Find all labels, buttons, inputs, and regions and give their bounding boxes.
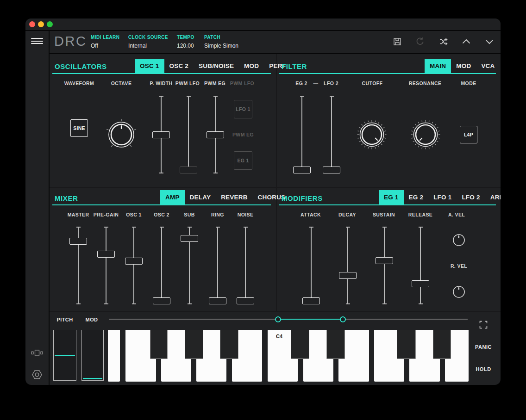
patch-down-icon[interactable] [484,37,495,47]
panic-button[interactable]: PANIC [475,344,492,350]
filter-eg2-slider[interactable] [292,96,312,173]
slider-handle[interactable] [237,297,254,304]
patch-value[interactable]: Simple Simon [204,43,238,49]
octave-knob[interactable] [104,117,139,152]
slider-handle[interactable] [339,272,357,279]
tab-filter-vca[interactable]: VCA [476,59,500,73]
key-csharp4[interactable] [291,330,309,359]
tab-delay[interactable]: DELAY [185,190,216,204]
key-fsharp4[interactable] [397,330,416,359]
mix-noise-label: NOISE [238,212,254,217]
mix-osc2-slider[interactable] [151,227,172,304]
midi-learn-value[interactable]: Off [91,43,119,49]
patch-up-icon[interactable] [461,37,471,47]
tab-eg1[interactable]: EG 1 [379,190,404,204]
hold-button[interactable]: HOLD [476,366,491,372]
tab-lfo2[interactable]: LFO 2 [457,190,485,204]
pwm-lfo-slider[interactable] [178,96,199,173]
tab-eg2[interactable]: EG 2 [404,190,429,204]
randomize-icon[interactable] [438,37,449,47]
slider-handle[interactable] [207,131,224,138]
patch-control[interactable]: PATCH Simple Simon [204,35,238,49]
mix-osc1-slider[interactable] [124,227,144,304]
midi-learn-control[interactable]: MIDI LEARN Off [91,35,119,49]
close-window-button[interactable] [29,21,35,27]
tempo-value[interactable]: 120.00 [177,43,194,49]
mix-noise-slider[interactable] [235,227,256,304]
lfo2-label: LFO 2 [324,80,338,86]
zoom-window-button[interactable] [47,21,53,27]
pwm-eg-slider[interactable] [205,96,225,173]
r-vel-knob[interactable] [452,285,466,299]
tab-amp[interactable]: AMP [160,190,185,204]
slider-handle[interactable] [69,238,87,245]
range-handle-high[interactable] [340,316,346,322]
p-width-slider[interactable] [151,96,171,173]
slider-handle[interactable] [412,280,429,287]
modifiers-tabs: EG 1 EG 2 LFO 1 LFO 2 ARP [379,190,501,204]
master-label: MASTER [68,212,89,217]
clock-source-value[interactable]: Internal [128,43,168,49]
tab-sub-noise[interactable]: SUB/NOISE [194,59,239,73]
range-handle-low[interactable] [275,316,281,322]
settings-gear-icon[interactable] [31,369,43,380]
slider-handle[interactable] [97,251,115,258]
slider-handle[interactable] [323,167,340,173]
slider-handle[interactable] [152,131,170,138]
tab-mod[interactable]: MOD [239,59,264,73]
release-slider[interactable] [410,227,431,304]
slider-handle[interactable] [181,235,198,242]
filter-lfo2-slider[interactable] [321,96,342,173]
mod-wheel[interactable] [81,330,104,381]
keyboard[interactable]: C4 [108,330,469,382]
slider-handle[interactable] [376,257,393,264]
pre-gain-slider[interactable] [96,227,116,304]
tab-filter-main[interactable]: MAIN [425,59,451,73]
resonance-knob[interactable] [408,117,443,152]
key-fsharp3[interactable] [150,330,168,359]
keyboard-range-slider[interactable] [109,316,468,322]
key-asharp3[interactable] [220,330,238,359]
minimize-window-button[interactable] [38,21,44,27]
slider-handle[interactable] [293,167,311,173]
a-vel-knob[interactable] [452,233,466,247]
midi-controller-icon[interactable] [31,350,43,356]
slider-handle[interactable] [180,167,197,173]
clock-source-control[interactable]: CLOCK SOURCE Internal [128,35,168,49]
tab-filter-mod[interactable]: MOD [451,59,476,73]
pwm-route-lfo1-button[interactable]: LFO 1 [234,100,252,118]
fullscreen-icon[interactable] [479,321,488,329]
slider-handle[interactable] [153,297,170,304]
pitch-wheel[interactable] [53,330,76,381]
tab-lfo1[interactable]: LFO 1 [428,190,457,204]
master-slider[interactable] [68,227,88,304]
tab-osc-1[interactable]: OSC 1 [135,59,164,73]
key-gsharp4[interactable] [433,330,451,359]
filter-mode-button[interactable]: L4P [460,126,477,143]
key-e3[interactable] [108,330,120,382]
slider-handle[interactable] [125,258,143,265]
waveform-button[interactable]: SINE [70,119,88,137]
attack-label: ATTACK [301,212,321,217]
tab-reverb[interactable]: REVERB [216,190,252,204]
decay-slider[interactable] [338,227,358,304]
key-dsharp4[interactable] [326,330,345,359]
slider-handle[interactable] [209,297,226,304]
save-icon[interactable] [392,37,402,47]
pwm-route-pwm-eg-option[interactable]: PWM EG [232,132,254,137]
mix-ring-slider[interactable] [207,227,228,304]
attack-slider[interactable] [301,227,321,304]
undo-icon[interactable] [415,37,425,47]
mix-sub-slider[interactable] [179,227,200,304]
cutoff-knob[interactable] [354,117,389,152]
resonance-label: RESONANCE [409,80,442,86]
tab-osc-2[interactable]: OSC 2 [164,59,194,73]
key-gsharp3[interactable] [185,330,203,359]
oscillators-title: OSCILLATORS [55,62,107,70]
menu-icon[interactable] [31,38,43,46]
pwm-route-eg1-button[interactable]: EG 1 [234,151,252,170]
sustain-slider[interactable] [374,227,394,304]
tab-arp[interactable]: ARP [485,190,501,204]
slider-handle[interactable] [302,297,320,304]
tempo-control[interactable]: TEMPO 120.00 [177,35,194,49]
